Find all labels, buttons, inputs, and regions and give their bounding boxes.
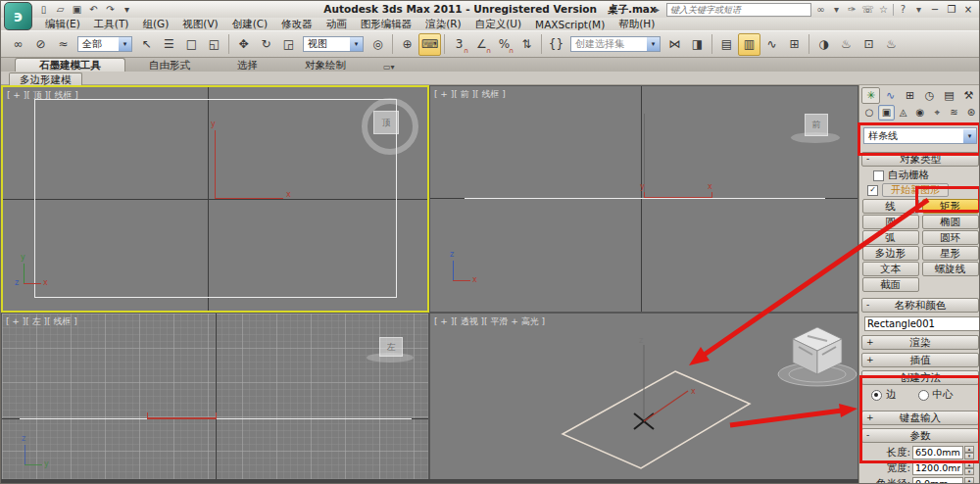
corner-radius-field[interactable] [912,477,963,484]
tab-motion-icon[interactable]: ◷ [920,87,939,104]
width-field[interactable] [912,461,963,475]
menu-animation[interactable]: 动画 [319,18,354,31]
viewport-left[interactable]: [ + ][ 左 ][ 线框 ] 左 z y [1,313,429,484]
shape-button-section[interactable]: 截面 [862,277,919,292]
menu-edit[interactable]: 编辑(E) [38,18,87,31]
menu-rendering[interactable]: 渲染(R) [418,18,468,31]
category-lights-icon[interactable]: ◬ [896,105,911,121]
redo-icon[interactable]: ↷ [103,3,118,16]
select-by-name-icon[interactable]: ☰ [158,33,180,56]
tab-utilities-icon[interactable]: ⚒ [959,87,978,104]
select-and-link-icon[interactable]: ∞ [7,33,29,56]
qat-dropdown-icon[interactable]: ▾ [120,3,134,16]
use-pivot-center-icon[interactable]: ◎ [367,33,389,56]
length-spinner[interactable]: ▴▾ [964,446,974,460]
dropdown-arrow-icon[interactable]: ▾ [119,37,131,51]
restore-button[interactable]: ❐ [945,4,958,16]
object-name-field[interactable] [864,316,980,331]
menu-customize[interactable]: 自定义(U) [468,18,528,31]
shape-button-donut[interactable]: 圆环 [922,230,979,245]
shape-button-star[interactable]: 星形 [922,246,979,261]
width-spinner[interactable]: ▴▾ [964,461,974,475]
tab-polygon-modeling[interactable]: 多边形建模 [9,73,82,85]
tab-create-icon[interactable]: ✳ [861,87,880,104]
tab-freeform[interactable]: 自由形式 [125,59,214,72]
shape-button-ngon[interactable]: 多边形 [862,246,919,261]
category-helpers-icon[interactable]: ⌖ [929,105,945,121]
minimize-button[interactable]: − [928,4,942,16]
edit-named-selection-sets-icon[interactable]: {} [545,33,567,56]
align-icon[interactable]: ◨ [686,33,709,56]
viewcube-front-face[interactable]: 前 [805,114,828,136]
tab-hierarchy-icon[interactable]: ⊞ [901,87,919,104]
shape-button-helix[interactable]: 螺旋线 [922,262,979,276]
rendered-frame-window-icon[interactable]: ⊡ [858,33,880,56]
new-file-icon[interactable]: ▯ [36,3,51,16]
mirror-icon[interactable]: ⋈ [663,33,686,56]
search-dropdown-icon[interactable]: ▾ [830,4,843,15]
tab-selection[interactable]: 选择 [214,59,281,72]
category-geometry-icon[interactable]: ○ [861,105,877,121]
start-new-shape-checkbox[interactable]: ✓ [867,185,878,196]
viewcube-left-face[interactable]: 左 [379,337,403,357]
layer-manager-icon[interactable]: ▤ [715,33,738,56]
viewport-top-label[interactable]: [ + ][ 顶 ][ 线框 ] [7,89,78,102]
menu-maxscript[interactable]: MAXScript(M) [528,19,612,30]
ribbon-minimize-icon[interactable]: ▭▾ [383,63,395,72]
menu-group[interactable]: 组(G) [135,18,175,31]
select-object-icon[interactable]: ↖ [135,33,158,56]
render-setup-icon[interactable]: ♨ [835,33,858,56]
search-icon[interactable]: ∞ [814,4,827,15]
help-dropdown-icon[interactable]: ▾ [912,4,925,15]
open-file-icon[interactable]: ▱ [53,3,68,16]
rollout-creation-method[interactable]: -创建方法 [861,370,979,385]
category-cameras-icon[interactable]: ◉ [912,105,928,121]
rectangular-selection-icon[interactable]: □ [180,33,203,56]
rollout-rendering[interactable]: +渲染 [861,335,979,350]
menu-views[interactable]: 视图(V) [175,18,224,31]
angle-snap-icon[interactable]: ∠∩ [470,33,493,56]
menu-help[interactable]: 帮助(H) [612,18,662,31]
radio-center[interactable]: 中心 [918,388,954,402]
menu-modifiers[interactable]: 修改器 [274,18,319,31]
graphite-ribbon-toggle-icon[interactable]: ▥ [738,33,760,56]
autogrid-checkbox[interactable] [873,170,884,181]
viewport-perspective[interactable]: [ + ][ 透视 ][ 平滑 + 高光 ] x z [429,313,858,484]
select-and-manipulate-icon[interactable]: ⊕ [396,33,418,56]
menu-create[interactable]: 创建(C) [225,18,275,31]
tab-display-icon[interactable]: ▤ [940,87,958,104]
viewport-perspective-label[interactable]: [ + ][ 透视 ][ 平滑 + 高光 ] [434,315,545,328]
unlink-selection-icon[interactable]: ⊘ [29,33,52,56]
tab-graphite-modeling[interactable]: 石墨建模工具 [15,58,125,72]
start-new-shape-button[interactable]: 开始新图形 [882,183,949,197]
keyboard-override-toggle-icon[interactable]: ⌨ [418,33,441,56]
shape-button-circle[interactable]: 圆 [862,215,919,229]
shape-button-ellipse[interactable]: 椭圆 [922,215,979,229]
tab-object-paint[interactable]: 对象绘制 [281,59,369,72]
infocenter-expand-icon[interactable]: ▸ [651,4,663,15]
corner-radius-spinner[interactable]: ▴▾ [964,477,974,484]
search-input[interactable] [666,3,811,17]
reference-coordinate-dropdown[interactable]: 视图▾ [303,36,364,52]
rollout-keyboard-entry[interactable]: +键盘输入 [861,411,979,425]
named-selection-set-dropdown[interactable]: 创建选择集▾ [570,36,661,52]
menu-graph-editors[interactable]: 图形编辑器 [354,18,419,31]
snap-toggle-3d-icon[interactable]: 3∩ [448,33,470,56]
radio-edge[interactable]: 边 [871,388,897,402]
curve-editor-icon[interactable]: ∿ [760,33,783,56]
favorites-star-icon[interactable]: ☆ [877,4,890,15]
save-file-icon[interactable]: ▣ [70,3,84,16]
viewport-top[interactable]: [ + ][ 顶 ][ 线框 ] y x 顶 y z x [1,85,429,313]
shape-button-line[interactable]: 线 [862,199,919,214]
percent-snap-icon[interactable]: %∩ [493,33,515,56]
subscription-key-icon[interactable]: ✑ [846,4,858,15]
communication-center-icon[interactable]: ☏ [861,4,874,15]
viewport-left-label[interactable]: [ + ][ 左 ][ 线框 ] [6,315,77,328]
shape-button-text[interactable]: 文本 [862,262,919,276]
spinner-snap-icon[interactable]: ⇅ [515,33,538,56]
dropdown-arrow-icon[interactable]: ▾ [350,37,363,51]
viewport-front[interactable]: [ + ][ 前 ][ 线框 ] y x 前 z x [429,85,858,313]
tab-modify-icon[interactable]: ∿ [881,87,900,104]
dropdown-arrow-icon[interactable]: ▾ [963,129,976,143]
rollout-parameters[interactable]: -参数 [861,428,979,443]
